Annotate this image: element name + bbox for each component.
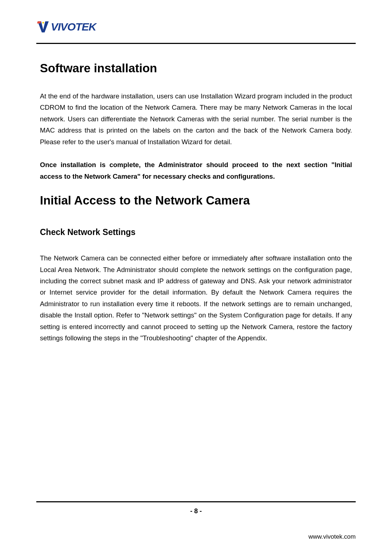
svg-point-0 bbox=[42, 22, 44, 24]
logo-icon bbox=[36, 20, 50, 34]
heading-initial-access: Initial Access to the Network Camera bbox=[40, 194, 352, 207]
bottom-divider bbox=[36, 501, 356, 502]
paragraph-install-intro: At the end of the hardware installation,… bbox=[40, 90, 352, 147]
content-area: Software installation At the end of the … bbox=[36, 61, 356, 344]
page-number: - 8 - bbox=[36, 507, 356, 515]
logo-text: VIVOTEK bbox=[51, 21, 96, 33]
top-divider bbox=[36, 43, 356, 44]
logo: VIVOTEK bbox=[36, 20, 356, 34]
heading-software-installation: Software installation bbox=[40, 61, 352, 75]
website-url: www.vivotek.com bbox=[36, 533, 356, 540]
subheading-check-network: Check Network Settings bbox=[40, 227, 352, 237]
footer: - 8 - www.vivotek.com bbox=[36, 501, 356, 540]
logo-container: VIVOTEK bbox=[36, 20, 356, 34]
paragraph-network-settings: The Network Camera can be connected eith… bbox=[40, 252, 352, 344]
paragraph-install-note: Once installation is complete, the Admin… bbox=[40, 159, 352, 182]
